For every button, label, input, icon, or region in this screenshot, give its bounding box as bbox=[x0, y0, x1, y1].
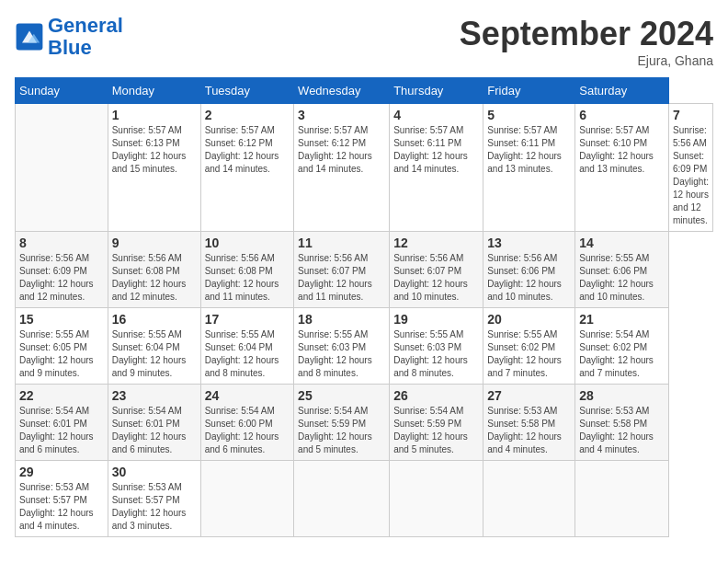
logo-text: General Blue bbox=[48, 15, 123, 59]
day-info: Sunrise: 5:54 AMSunset: 6:02 PMDaylight:… bbox=[579, 328, 665, 380]
day-cell: 23Sunrise: 5:54 AMSunset: 6:01 PMDayligh… bbox=[108, 385, 200, 461]
day-cell: 15Sunrise: 5:55 AMSunset: 6:05 PMDayligh… bbox=[16, 308, 108, 385]
day-info: Sunrise: 5:57 AMSunset: 6:13 PMDaylight:… bbox=[112, 124, 197, 176]
day-cell: 16Sunrise: 5:55 AMSunset: 6:04 PMDayligh… bbox=[108, 308, 200, 385]
day-info: Sunrise: 5:53 AMSunset: 5:57 PMDaylight:… bbox=[19, 481, 104, 533]
week-row-2: 8Sunrise: 5:56 AMSunset: 6:09 PMDaylight… bbox=[16, 232, 713, 308]
day-cell bbox=[390, 461, 483, 537]
column-header-monday: Monday bbox=[108, 78, 200, 104]
day-number: 14 bbox=[579, 236, 665, 250]
day-cell: 24Sunrise: 5:54 AMSunset: 6:00 PMDayligh… bbox=[200, 385, 293, 461]
day-cell bbox=[575, 461, 669, 537]
day-number: 2 bbox=[205, 108, 290, 122]
day-number: 19 bbox=[393, 312, 479, 327]
day-info: Sunrise: 5:57 AMSunset: 6:11 PMDaylight:… bbox=[393, 124, 479, 176]
page-header: General Blue September 2024 Ejura, Ghana bbox=[15, 15, 713, 68]
day-info: Sunrise: 5:54 AMSunset: 5:59 PMDaylight:… bbox=[298, 405, 385, 456]
day-info: Sunrise: 5:54 AMSunset: 5:59 PMDaylight:… bbox=[393, 405, 479, 456]
day-info: Sunrise: 5:57 AMSunset: 6:12 PMDaylight:… bbox=[298, 124, 385, 176]
day-cell: 3Sunrise: 5:57 AMSunset: 6:12 PMDaylight… bbox=[294, 104, 390, 232]
day-cell: 10Sunrise: 5:56 AMSunset: 6:08 PMDayligh… bbox=[200, 232, 293, 308]
column-headers: SundayMondayTuesdayWednesdayThursdayFrid… bbox=[16, 78, 713, 104]
day-cell: 29Sunrise: 5:53 AMSunset: 5:57 PMDayligh… bbox=[16, 461, 108, 537]
day-info: Sunrise: 5:56 AMSunset: 6:09 PMDaylight:… bbox=[19, 252, 104, 304]
day-cell: 4Sunrise: 5:57 AMSunset: 6:11 PMDaylight… bbox=[390, 104, 483, 232]
day-info: Sunrise: 5:55 AMSunset: 6:03 PMDaylight:… bbox=[393, 328, 479, 380]
day-number: 17 bbox=[205, 312, 290, 327]
logo: General Blue bbox=[15, 15, 123, 59]
column-header-saturday: Saturday bbox=[575, 78, 669, 104]
day-number: 24 bbox=[205, 388, 290, 403]
day-info: Sunrise: 5:57 AMSunset: 6:12 PMDaylight:… bbox=[205, 124, 290, 176]
day-number: 10 bbox=[205, 236, 290, 250]
day-number: 13 bbox=[487, 236, 571, 250]
day-info: Sunrise: 5:56 AMSunset: 6:08 PMDaylight:… bbox=[112, 252, 197, 304]
day-info: Sunrise: 5:55 AMSunset: 6:04 PMDaylight:… bbox=[112, 328, 197, 380]
day-number: 26 bbox=[393, 388, 479, 403]
day-cell: 25Sunrise: 5:54 AMSunset: 5:59 PMDayligh… bbox=[294, 385, 390, 461]
day-info: Sunrise: 5:57 AMSunset: 6:10 PMDaylight:… bbox=[579, 124, 665, 176]
day-cell: 19Sunrise: 5:55 AMSunset: 6:03 PMDayligh… bbox=[390, 308, 483, 385]
day-number: 15 bbox=[19, 312, 104, 327]
day-info: Sunrise: 5:56 AMSunset: 6:07 PMDaylight:… bbox=[393, 252, 479, 304]
column-header-wednesday: Wednesday bbox=[294, 78, 390, 104]
day-cell: 14Sunrise: 5:55 AMSunset: 6:06 PMDayligh… bbox=[575, 232, 669, 308]
day-info: Sunrise: 5:55 AMSunset: 6:04 PMDaylight:… bbox=[205, 328, 290, 380]
day-info: Sunrise: 5:56 AMSunset: 6:08 PMDaylight:… bbox=[205, 252, 290, 304]
day-cell: 1Sunrise: 5:57 AMSunset: 6:13 PMDaylight… bbox=[108, 104, 200, 232]
logo-line1: General bbox=[48, 14, 123, 37]
month-title: September 2024 bbox=[460, 15, 713, 53]
day-number: 28 bbox=[579, 388, 665, 403]
day-cell: 11Sunrise: 5:56 AMSunset: 6:07 PMDayligh… bbox=[294, 232, 390, 308]
day-number: 21 bbox=[579, 312, 665, 327]
column-header-sunday: Sunday bbox=[16, 78, 108, 104]
day-info: Sunrise: 5:56 AMSunset: 6:06 PMDaylight:… bbox=[487, 252, 571, 304]
logo-line2: Blue bbox=[48, 36, 92, 59]
column-header-tuesday: Tuesday bbox=[200, 78, 293, 104]
day-cell: 8Sunrise: 5:56 AMSunset: 6:09 PMDaylight… bbox=[16, 232, 108, 308]
location: Ejura, Ghana bbox=[460, 53, 713, 68]
day-number: 1 bbox=[112, 108, 197, 122]
day-info: Sunrise: 5:56 AMSunset: 6:09 PMDaylight:… bbox=[673, 124, 709, 227]
day-cell: 21Sunrise: 5:54 AMSunset: 6:02 PMDayligh… bbox=[575, 308, 669, 385]
day-cell: 12Sunrise: 5:56 AMSunset: 6:07 PMDayligh… bbox=[390, 232, 483, 308]
day-cell bbox=[483, 461, 575, 537]
day-number: 11 bbox=[298, 236, 385, 250]
day-number: 27 bbox=[487, 388, 571, 403]
day-cell: 5Sunrise: 5:57 AMSunset: 6:11 PMDaylight… bbox=[483, 104, 575, 232]
day-info: Sunrise: 5:54 AMSunset: 6:01 PMDaylight:… bbox=[112, 405, 197, 456]
day-info: Sunrise: 5:54 AMSunset: 6:01 PMDaylight:… bbox=[19, 405, 104, 456]
day-number: 23 bbox=[112, 388, 197, 403]
calendar-table: SundayMondayTuesdayWednesdayThursdayFrid… bbox=[15, 77, 713, 537]
week-row-5: 29Sunrise: 5:53 AMSunset: 5:57 PMDayligh… bbox=[16, 461, 713, 537]
day-number: 6 bbox=[579, 108, 665, 122]
day-cell: 2Sunrise: 5:57 AMSunset: 6:12 PMDaylight… bbox=[200, 104, 293, 232]
day-number: 20 bbox=[487, 312, 571, 327]
week-row-1: 1Sunrise: 5:57 AMSunset: 6:13 PMDaylight… bbox=[16, 104, 713, 232]
day-cell: 28Sunrise: 5:53 AMSunset: 5:58 PMDayligh… bbox=[575, 385, 669, 461]
day-cell bbox=[294, 461, 390, 537]
day-info: Sunrise: 5:57 AMSunset: 6:11 PMDaylight:… bbox=[487, 124, 571, 176]
day-number: 30 bbox=[112, 465, 197, 479]
day-cell: 6Sunrise: 5:57 AMSunset: 6:10 PMDaylight… bbox=[575, 104, 669, 232]
day-number: 29 bbox=[19, 465, 104, 479]
day-cell: 22Sunrise: 5:54 AMSunset: 6:01 PMDayligh… bbox=[16, 385, 108, 461]
week-row-3: 15Sunrise: 5:55 AMSunset: 6:05 PMDayligh… bbox=[16, 308, 713, 385]
column-header-friday: Friday bbox=[483, 78, 575, 104]
title-area: September 2024 Ejura, Ghana bbox=[460, 15, 713, 68]
day-cell: 27Sunrise: 5:53 AMSunset: 5:58 PMDayligh… bbox=[483, 385, 575, 461]
empty-cell bbox=[16, 104, 108, 232]
day-info: Sunrise: 5:55 AMSunset: 6:05 PMDaylight:… bbox=[19, 328, 104, 380]
day-cell: 17Sunrise: 5:55 AMSunset: 6:04 PMDayligh… bbox=[200, 308, 293, 385]
day-number: 22 bbox=[19, 388, 104, 403]
day-info: Sunrise: 5:55 AMSunset: 6:06 PMDaylight:… bbox=[579, 252, 665, 304]
logo-icon bbox=[15, 22, 44, 52]
day-cell: 26Sunrise: 5:54 AMSunset: 5:59 PMDayligh… bbox=[390, 385, 483, 461]
day-cell bbox=[200, 461, 293, 537]
day-info: Sunrise: 5:55 AMSunset: 6:02 PMDaylight:… bbox=[487, 328, 571, 380]
day-info: Sunrise: 5:54 AMSunset: 6:00 PMDaylight:… bbox=[205, 405, 290, 456]
day-number: 8 bbox=[19, 236, 104, 250]
day-info: Sunrise: 5:56 AMSunset: 6:07 PMDaylight:… bbox=[298, 252, 385, 304]
day-number: 5 bbox=[487, 108, 571, 122]
day-number: 16 bbox=[112, 312, 197, 327]
